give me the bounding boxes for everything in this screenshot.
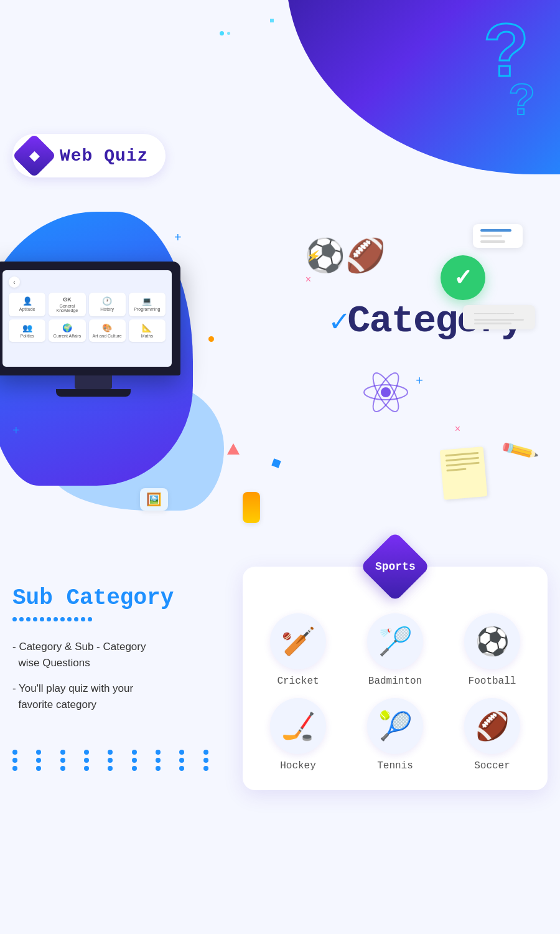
deco-plus-1: +	[174, 230, 182, 245]
monitor-card-history[interactable]: 🕐 History	[89, 293, 126, 316]
tennis-label: Tennis	[377, 760, 413, 771]
bottom-dot-22	[84, 766, 89, 771]
bottom-dot-10	[12, 758, 17, 763]
soccer-label: Soccer	[474, 760, 510, 771]
dot-8	[60, 617, 65, 621]
current-affairs-label: Current Affairs	[51, 334, 83, 338]
back-arrow: ‹	[9, 276, 20, 288]
dot-10	[74, 617, 78, 621]
politics-label: Politics	[11, 334, 43, 338]
bottom-dot-15	[132, 758, 137, 763]
deco-x-2: ×	[455, 423, 460, 435]
bottom-dot-23	[108, 766, 113, 771]
top-section: ? ? ◆ Web Quiz	[0, 0, 560, 199]
zigzag-deco: ⚡	[306, 248, 321, 263]
gk-icon: GK	[51, 296, 83, 303]
pencil-icon: ✏️	[499, 430, 541, 471]
monitor-card-current-affairs[interactable]: 🌍 Current Affairs	[49, 319, 85, 342]
chat-bubble	[463, 305, 535, 329]
phone-deco	[243, 492, 260, 523]
monitor-card-maths[interactable]: 📐 Maths	[129, 319, 166, 342]
monitor-wrap: ‹ 👤 Aptitude GK General Knowledge 🕐 Hist…	[0, 262, 193, 397]
bottom-dot-1	[12, 750, 17, 755]
logo-pill: ◆ Web Quiz	[12, 134, 166, 177]
deco-x-1: ×	[306, 274, 311, 285]
sport-item-tennis[interactable]: 🎾 Tennis	[352, 698, 438, 771]
sport-item-hockey[interactable]: 🏒 Hockey	[255, 698, 341, 771]
art-label: Art and Culture	[91, 334, 123, 338]
sport-item-badminton[interactable]: 🏸 Badminton	[352, 613, 438, 687]
art-icon: 🎨	[91, 323, 123, 333]
sub-cat-item-2: - You'll play quiz with your favorite ca…	[12, 681, 224, 712]
programming-icon: 💻	[131, 296, 163, 306]
cricket-label: Cricket	[277, 676, 319, 687]
monitor-topbar: ‹	[9, 276, 166, 288]
note-line-2	[446, 457, 479, 462]
dot-4	[33, 617, 37, 621]
dot-3	[26, 617, 30, 621]
sport-item-football[interactable]: ⚽ Football	[449, 613, 535, 687]
badminton-circle: 🏸	[367, 613, 423, 669]
bottom-dot-12	[60, 758, 65, 763]
v-checkmark: ✓	[330, 305, 347, 341]
bottom-dot-8	[179, 750, 184, 755]
bottom-dot-25	[156, 766, 161, 771]
monitor-screen: ‹ 👤 Aptitude GK General Knowledge 🕐 Hist…	[2, 270, 172, 367]
dot-accent	[270, 19, 274, 22]
bottom-section: Sub Category - Category & Sub - Category…	[0, 548, 560, 934]
football-label: Football	[469, 676, 516, 687]
app-title: Web Quiz	[60, 146, 148, 166]
note-icon	[440, 446, 488, 500]
tennis-circle: 🎾	[367, 698, 423, 754]
chat-lines	[474, 319, 524, 324]
bottom-dot-11	[36, 758, 41, 763]
monitor-card-art[interactable]: 🎨 Art and Culture	[89, 319, 126, 342]
dot-1	[12, 617, 17, 621]
triangle-deco	[227, 443, 240, 455]
history-icon: 🕐	[91, 296, 123, 306]
hockey-label: Hockey	[280, 760, 316, 771]
monitor-card-gk[interactable]: GK General Knowledge	[49, 293, 85, 316]
bottom-dot-24	[132, 766, 137, 771]
bottom-dot-3	[60, 750, 65, 755]
sports-label: Sports	[375, 560, 416, 573]
cricket-circle: 🏏	[270, 613, 326, 669]
monitor-card-programming[interactable]: 💻 Programming	[129, 293, 166, 316]
sport-item-soccer[interactable]: 🏈 Soccer	[449, 698, 535, 771]
politics-icon: 👥	[11, 323, 43, 333]
bottom-dot-14	[108, 758, 113, 763]
sports-card: Sports 🏏 Cricket 🏸 Badminton ⚽ Football …	[243, 567, 548, 790]
orange-dot	[208, 336, 214, 342]
bottom-dot-19	[12, 766, 17, 771]
aptitude-label: Aptitude	[11, 307, 43, 311]
bottom-dot-9	[203, 750, 208, 755]
dot-group-top	[220, 31, 230, 35]
history-label: History	[91, 307, 123, 311]
dot-11	[81, 617, 85, 621]
monitor-stand	[75, 375, 112, 389]
bottom-dot-4	[84, 750, 89, 755]
soccer-circle: 🏈	[464, 698, 520, 754]
dots-bottom-grid	[12, 750, 224, 771]
monitor-card-aptitude[interactable]: 👤 Aptitude	[9, 293, 45, 316]
dot-7	[54, 617, 58, 621]
hockey-circle: 🏒	[270, 698, 326, 754]
sub-category-left: Sub Category - Category & Sub - Category…	[12, 573, 224, 771]
monitor-card-politics[interactable]: 👥 Politics	[9, 319, 45, 342]
check-circle: ✓	[441, 255, 485, 300]
bottom-dot-2	[36, 750, 41, 755]
maths-icon: 📐	[131, 323, 163, 333]
question-mark-small: ?	[508, 75, 535, 125]
badminton-label: Badminton	[368, 676, 422, 687]
dot-12	[88, 617, 92, 621]
monitor-base	[56, 389, 131, 397]
sub-category-title: Sub Category	[12, 585, 224, 611]
aptitude-icon: 👤	[11, 296, 43, 306]
sport-item-cricket[interactable]: 🏏 Cricket	[255, 613, 341, 687]
ui-card-deco	[473, 224, 523, 248]
bottom-dot-26	[179, 766, 184, 771]
image-placeholder-icon: 🖼️	[140, 488, 168, 511]
bottom-dot-6	[132, 750, 137, 755]
bottom-dot-20	[36, 766, 41, 771]
check-mark-icon: ✓	[454, 265, 472, 291]
